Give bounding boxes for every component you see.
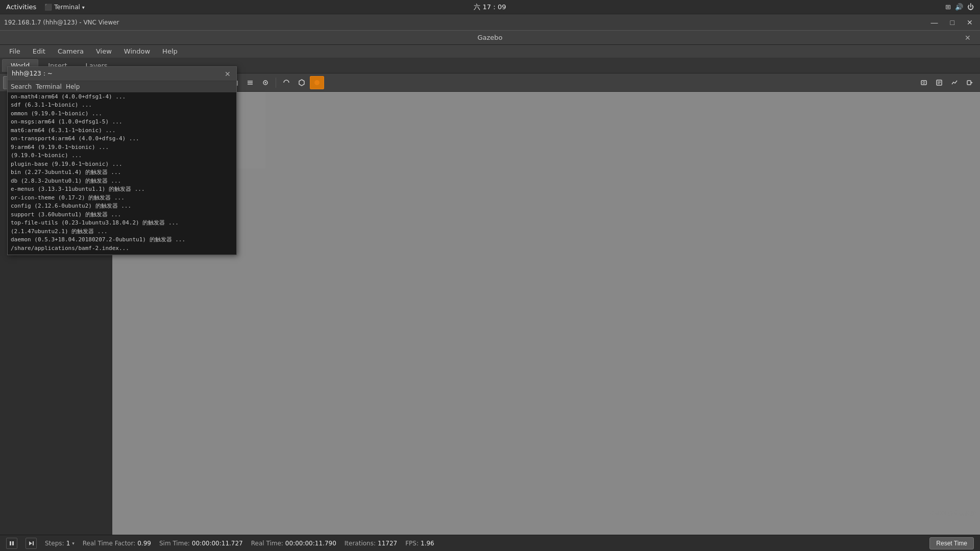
- realtime-status: Real Time: 00:00:00:11.790: [251, 540, 336, 547]
- svg-point-29: [923, 82, 925, 84]
- steps-status: Steps: 1 ▾: [45, 540, 75, 547]
- terminal-line: top-file-utils (0.23-1ubuntu3.18.04.2) 的…: [11, 219, 233, 228]
- iterations-label: Iterations:: [345, 540, 376, 547]
- toolbar-separator-5: [276, 78, 276, 88]
- svg-marker-35: [971, 82, 973, 84]
- terminal-line: support (3.60ubuntu1) 的触发器 ...: [11, 211, 233, 219]
- menu-edit[interactable]: Edit: [28, 46, 51, 56]
- gazebo-title: Gazebo: [477, 34, 502, 41]
- terminal-app-label[interactable]: ⬛ Terminal ▾: [44, 4, 84, 11]
- gazebo-titlebar: Gazebo ✕: [0, 31, 980, 45]
- simtime-status: Sim Time: 00:00:00:11.727: [159, 540, 243, 547]
- terminal-line: db (2.8.3-2ubuntu0.1) 的触发器 ...: [11, 177, 233, 186]
- terminal-line: 9:arm64 (9.19.0-1~bionic) ...: [11, 143, 233, 152]
- terminal-line: /share/applications/bamf-2.index...: [11, 244, 233, 253]
- fps-label: FPS:: [405, 540, 419, 547]
- hex-button[interactable]: [295, 76, 309, 89]
- svg-marker-26: [299, 80, 304, 86]
- svg-point-27: [314, 80, 320, 85]
- maximize-button[interactable]: □: [947, 17, 958, 28]
- vnc-title: 192.168.1.7 (hhh@123) - VNC Viewer: [4, 19, 119, 26]
- orange-button[interactable]: [310, 76, 324, 89]
- terminal-menu-terminal[interactable]: Terminal: [36, 83, 62, 90]
- csdn-watermark: CSDN @书生的梦: [930, 510, 976, 517]
- svg-rect-69: [12, 541, 14, 545]
- vnc-window: Activities ⬛ Terminal ▾ 六 17：09 ⊞ 🔊 ⏻ 19…: [0, 0, 980, 551]
- statusbar: Steps: 1 ▾ Real Time Factor: 0.99 Sim Ti…: [0, 535, 980, 551]
- 3d-viewport[interactable]: CSDN @书生的梦: [112, 92, 980, 535]
- realtime-label: Real Time:: [251, 540, 283, 547]
- volume-icon[interactable]: 🔊: [955, 3, 963, 11]
- systembar-time: 六 17：09: [474, 3, 506, 12]
- fps-status: FPS: 1.96: [405, 540, 434, 547]
- menu-view[interactable]: View: [91, 46, 117, 56]
- iterations-value: 11727: [378, 540, 397, 547]
- align-button[interactable]: [243, 76, 257, 89]
- fps-value: 1.96: [421, 540, 434, 547]
- terminal-line: (9.19.0-1~bionic) ...: [11, 152, 233, 160]
- gazebo-close-button[interactable]: ✕: [962, 33, 974, 43]
- terminal-menu-help[interactable]: Help: [66, 83, 80, 90]
- terminal-line: ommon (9.19.0-1~bionic) ...: [11, 110, 233, 118]
- svg-rect-28: [921, 81, 926, 85]
- terminal-line: daemon (0.5.3+18.04.20180207.2-0ubuntu1)…: [11, 236, 233, 244]
- steps-dropdown-icon[interactable]: ▾: [72, 541, 75, 546]
- terminal-line: on-transport4:arm64 (4.0.0+dfsg-4) ...: [11, 135, 233, 143]
- gazebo-menubar: File Edit Camera View Window Help: [0, 45, 980, 58]
- terminal-line: e-menus (3.13.3-11ubuntu1.1) 的触发器 ...: [11, 185, 233, 194]
- power-icon[interactable]: ⏻: [967, 3, 974, 11]
- terminal-line: mat6:arm64 (6.3.1-1~bionic) ...: [11, 127, 233, 135]
- terminal-title: hhh@123：~: [12, 69, 53, 78]
- record-button[interactable]: [963, 76, 977, 89]
- pause-button[interactable]: [6, 538, 17, 549]
- rtf-status: Real Time Factor: 0.99: [83, 540, 151, 547]
- network-icon: ⊞: [945, 3, 951, 11]
- terminal-line: or-icon-theme (0.17-2) 的触发器 ...: [11, 194, 233, 203]
- terminal-line: on-math4:arm64 (4.0.0+dfsg1-4) ...: [11, 93, 233, 102]
- menu-file[interactable]: File: [4, 46, 26, 56]
- steps-label: Steps:: [45, 540, 64, 547]
- simtime-value: 00:00:00:11.727: [192, 540, 243, 547]
- log-button[interactable]: [932, 76, 946, 89]
- viewport-cursor: [508, 291, 511, 294]
- terminal-line: sdf (6.3.1-1~bionic) ...: [11, 101, 233, 110]
- screenshot-button[interactable]: [917, 76, 931, 89]
- close-button[interactable]: ✕: [964, 17, 976, 28]
- titlebar-controls: — □ ✕: [928, 17, 976, 28]
- minimize-button[interactable]: —: [928, 17, 941, 28]
- menu-window[interactable]: Window: [119, 46, 155, 56]
- svg-rect-68: [10, 541, 11, 545]
- step-button[interactable]: [26, 538, 37, 549]
- menu-help[interactable]: Help: [157, 46, 183, 56]
- titlebar-left: 192.168.1.7 (hhh@123) - VNC Viewer: [4, 19, 119, 26]
- systembar-left: Activities ⬛ Terminal ▾: [6, 3, 85, 11]
- menu-camera[interactable]: Camera: [53, 46, 89, 56]
- system-bar: Activities ⬛ Terminal ▾ 六 17：09 ⊞ 🔊 ⏻: [0, 0, 980, 14]
- svg-rect-34: [967, 81, 971, 85]
- reset-time-button[interactable]: Reset Time: [929, 537, 974, 549]
- systembar-right: ⊞ 🔊 ⏻: [945, 3, 974, 11]
- chart-button[interactable]: [947, 76, 962, 89]
- rtf-label: Real Time Factor:: [83, 540, 135, 547]
- terminal-close-button[interactable]: ✕: [223, 69, 232, 79]
- iterations-status: Iterations: 11727: [345, 540, 397, 547]
- terminal-menu-search[interactable]: Search: [11, 83, 32, 90]
- terminal-line: bin (2.27-3ubuntu1.4) 的触发器 ...: [11, 168, 233, 177]
- terminal-line: config (2.12.6-0ubuntu2) 的触发器 ...: [11, 202, 233, 211]
- terminal-line: plugin-base (9.19.0-1~bionic) ...: [11, 160, 233, 169]
- realtime-value: 00:00:00:11.790: [285, 540, 336, 547]
- svg-marker-70: [29, 541, 32, 545]
- terminal-line: on-msgs:arm64 (1.0.0+dfsg1-5) ...: [11, 118, 233, 127]
- snap-button[interactable]: [258, 76, 273, 89]
- terminal-line: (2.1.47ubuntu2.1) 的触发器 ...: [11, 228, 233, 236]
- vnc-titlebar: 192.168.1.7 (hhh@123) - VNC Viewer — □ ✕: [0, 14, 980, 31]
- simtime-label: Sim Time:: [159, 540, 190, 547]
- terminal-titlebar: hhh@123：~ ✕: [8, 67, 236, 81]
- svg-rect-71: [33, 541, 34, 545]
- activities-label[interactable]: Activities: [6, 3, 36, 11]
- terminal-window[interactable]: hhh@123：~ ✕ Search Terminal Help (1.2.20…: [7, 66, 237, 255]
- terminal-content[interactable]: (1.2.20-7) ...dy3.5v5:arm64 (3.5.4+dfsg-…: [8, 92, 236, 255]
- rotate2-button[interactable]: [279, 76, 293, 89]
- terminal-menubar: Search Terminal Help: [8, 81, 236, 92]
- steps-value: 1: [66, 540, 70, 547]
